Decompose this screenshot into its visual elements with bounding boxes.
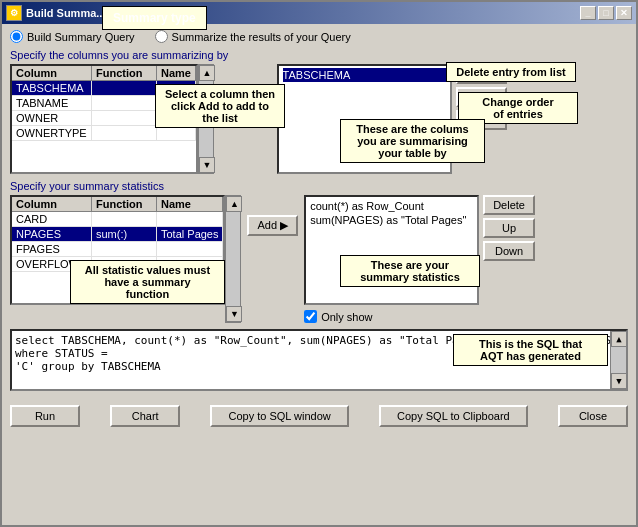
tooltip-add-columns: Select a column then click Add to add to… (155, 84, 285, 128)
top-table-header: Column Function Name (12, 66, 196, 81)
minimize-button[interactable]: _ (580, 6, 596, 20)
bottom-right-btns: Delete Up Down (483, 195, 535, 305)
close-button[interactable]: Close (558, 405, 628, 427)
bottom-table-header: Column Function Name (12, 197, 223, 212)
bottom-add-button[interactable]: Add ▶ (247, 215, 298, 236)
scroll-up-btn2[interactable]: ▲ (226, 196, 242, 212)
copy-clipboard-button[interactable]: Copy SQL to Clipboard (379, 405, 528, 427)
col-header-name: Name (157, 66, 196, 80)
bottom-table-row[interactable]: NPAGES sum(:) Total Pages (12, 227, 223, 242)
col-header-function2: Function (92, 197, 157, 211)
tooltip-summary-type: Summary type (102, 6, 207, 30)
radio-row: Build Summary Query Summarize the result… (10, 30, 628, 43)
maximize-button[interactable]: □ (598, 6, 614, 20)
sql-scrollbar[interactable]: ▲ ▼ (610, 331, 626, 389)
sql-scroll-down[interactable]: ▼ (611, 373, 627, 389)
col-header-column: Column (12, 66, 92, 80)
radio-build-summary[interactable]: Build Summary Query (10, 30, 135, 43)
col-header-name2: Name (157, 197, 223, 211)
content-area: Build Summary Query Summarize the result… (2, 24, 636, 401)
bottom-delete-button[interactable]: Delete (483, 195, 535, 215)
bottom-right-list[interactable]: count(*) as Row_Count sum(NPAGES) as "To… (304, 195, 479, 305)
run-button[interactable]: Run (10, 405, 80, 427)
section1-label: Specify the columns you are summarizing … (10, 49, 628, 61)
radio-summarize-results[interactable]: Summarize the results of your Query (155, 30, 351, 43)
sql-scroll-track[interactable] (611, 347, 626, 373)
bottom-table-row[interactable]: CARD (12, 212, 223, 227)
main-window: ⚙ Build Summa... Summary type _ □ ✕ Buil… (0, 0, 638, 527)
bottom-right-list-area: count(*) as Row_Count sum(NPAGES) as "To… (304, 195, 535, 305)
section2-label: Specify your summary statistics (10, 180, 628, 192)
tooltip-summarising: These are the columsyou are summarisingy… (340, 119, 485, 163)
footer-buttons: Run Chart Copy to SQL window Copy SQL to… (2, 401, 636, 431)
window-icon: ⚙ (6, 5, 22, 21)
tooltip-summary-function: All statistic values musthave a summaryf… (70, 260, 225, 304)
tooltip-sql: This is the SQL thatAQT has generated (453, 334, 608, 366)
scroll-down-btn2[interactable]: ▼ (226, 306, 242, 322)
col-header-column2: Column (12, 197, 92, 211)
bottom-list-item[interactable]: count(*) as Row_Count (310, 199, 473, 213)
sql-scroll-up[interactable]: ▲ (611, 331, 627, 347)
window-title: Build Summa... (26, 7, 105, 19)
bottom-table-scrollbar[interactable]: ▲ ▼ (225, 195, 241, 323)
chart-button[interactable]: Chart (110, 405, 180, 427)
bottom-table-row[interactable]: FPAGES (12, 242, 223, 257)
close-button[interactable]: ✕ (616, 6, 632, 20)
bottom-down-button[interactable]: Down (483, 241, 535, 261)
tooltip-summary-stats: These are yoursummary statistics (340, 255, 480, 287)
title-bar: ⚙ Build Summa... Summary type _ □ ✕ (2, 2, 636, 24)
top-panel-area: Column Function Name TABSCHEMA TABNAME (10, 64, 628, 174)
sql-area-wrapper: select TABSCHEMA, count(*) as "Row_Count… (10, 329, 628, 391)
tooltip-delete-entry: Delete entry from list (446, 62, 576, 82)
top-table-row[interactable]: OWNERTYPE (12, 126, 196, 141)
right-list-item[interactable]: TABSCHEMA (283, 68, 446, 82)
title-bar-controls: _ □ ✕ (580, 6, 632, 20)
only-show-checkbox[interactable] (304, 310, 317, 323)
scroll-up-btn[interactable]: ▲ (199, 65, 215, 81)
only-show-label: Only show (321, 311, 372, 323)
bottom-add-btn-area: Add ▶ (247, 195, 298, 323)
copy-sql-button[interactable]: Copy to SQL window (210, 405, 348, 427)
bottom-panel-area: Column Function Name CARD NPAGES sum(:) … (10, 195, 628, 323)
only-show-row: Only show (304, 310, 535, 323)
scroll-down-btn[interactable]: ▼ (199, 157, 215, 173)
bottom-list-item[interactable]: sum(NPAGES) as "Total Pages" (310, 213, 473, 227)
col-header-function: Function (92, 66, 157, 80)
scroll-track2[interactable] (226, 212, 240, 306)
bottom-up-button[interactable]: Up (483, 218, 535, 238)
